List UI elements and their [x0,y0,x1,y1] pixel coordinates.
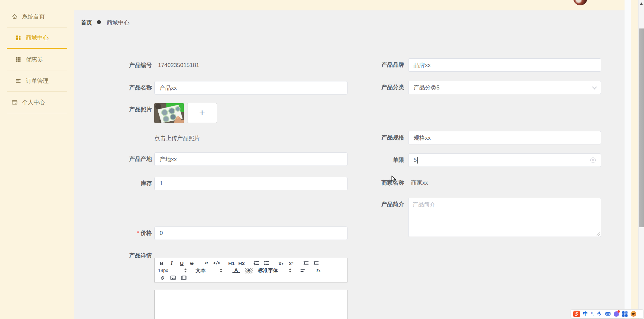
italic-button[interactable]: I [168,260,175,266]
intro-row: 产品简介 [353,198,601,237]
price-input[interactable] [154,227,347,240]
updown-arrows-icon [220,268,222,272]
product-photo-thumbnail[interactable] [154,103,184,123]
video-icon[interactable] [180,274,187,281]
subscript-button[interactable]: x₂ [277,260,285,266]
sidebar-item-label: 商城中心 [26,34,49,42]
text-color-button[interactable]: A [232,268,240,273]
limit-row: 单限 5 [353,153,601,167]
top-header-bar [74,0,625,10]
code-block-button[interactable]: </> [213,260,220,266]
product-name-row: 产品名称 [101,81,347,94]
order-list-icon [15,78,21,84]
right-cream-strip [631,0,638,319]
heading2-button[interactable]: H2 [238,260,245,266]
sidebar-item-coupons[interactable]: 优惠券 [7,49,67,70]
ime-emoji-icon[interactable] [631,311,636,317]
photo-upload-button[interactable]: + [187,103,217,123]
mall-grid-icon [15,35,21,41]
breadcrumb-current: 商城中心 [107,19,129,26]
sidebar-item-home[interactable]: 系统首页 [7,6,67,27]
sidebar-item-mall[interactable]: 商城中心 [7,27,67,49]
chevron-down-icon [592,85,597,89]
header-style-dropdown[interactable]: 文本 [196,267,222,274]
ime-language-toggle[interactable]: 中 [583,311,588,317]
sidebar-item-orders[interactable]: 订单管理 [7,70,67,92]
product-name-input[interactable] [154,81,347,94]
align-icon[interactable] [299,267,306,274]
blockquote-button[interactable]: ” [203,260,210,266]
product-no-value: 1740235015181 [158,59,199,72]
product-no-label: 产品编号 [101,59,152,72]
ime-skin-icon[interactable] [614,311,619,317]
user-avatar[interactable] [573,0,587,5]
category-select[interactable]: 产品分类5 [408,81,601,94]
product-name-label: 产品名称 [101,81,152,94]
font-size-dropdown[interactable]: 14px [158,268,187,273]
rich-text-content-area[interactable] [154,290,347,319]
bullet-list-icon[interactable] [263,260,270,266]
updown-arrows-icon [289,268,291,272]
microphone-icon[interactable] [596,311,602,317]
link-icon[interactable] [159,274,166,281]
product-photo-label: 产品照片 [101,103,152,116]
ordered-list-icon[interactable] [253,260,260,266]
spec-input[interactable] [408,131,601,144]
superscript-button[interactable]: x² [287,260,295,266]
merchant-label: 商家名称 [353,176,404,190]
breadcrumb-home[interactable]: 首页 [81,19,92,26]
page-scrollbar[interactable] [638,0,644,319]
ime-punctuation-icon[interactable]: °, [591,311,593,316]
right-gutter [625,0,631,319]
stock-input[interactable] [154,177,347,190]
strikethrough-button[interactable]: S [188,260,196,266]
heading1-button[interactable]: H1 [228,260,235,266]
image-icon[interactable] [169,274,177,281]
breadcrumb-separator-dot [97,20,101,24]
intro-textarea[interactable] [408,198,601,237]
product-origin-row: 产品产地 [101,152,347,166]
product-photo-row: 产品照片 + [101,103,217,123]
limit-input[interactable]: 5 [408,153,601,167]
merchant-value: 商家xx [411,176,428,190]
price-row: *价格 [101,227,347,240]
sidebar-item-label: 优惠券 [26,56,43,63]
brand-label: 产品品牌 [353,58,404,72]
keyboard-icon[interactable] [605,311,611,317]
outdent-icon[interactable] [302,260,310,266]
stock-label: 库存 [101,177,152,190]
clear-input-icon[interactable] [590,157,596,163]
intro-label: 产品简介 [353,198,404,211]
product-origin-input[interactable] [154,152,347,166]
spec-row: 产品规格 [353,131,601,144]
ime-toolbar: S 中 °, [571,309,643,318]
background-color-button[interactable]: A [245,268,253,273]
scrollbar-thumb[interactable] [639,28,644,227]
limit-label: 单限 [353,153,404,167]
profile-card-icon [11,99,18,106]
category-label: 产品分类 [353,81,404,94]
ime-apps-grid-icon[interactable] [622,311,628,317]
text-cursor [417,157,418,164]
stock-row: 库存 [101,177,347,190]
product-no-row: 产品编号 1740235015181 [101,59,199,72]
indent-icon[interactable] [312,260,320,266]
brand-row: 产品品牌 [353,58,601,72]
spec-label: 产品规格 [353,131,404,144]
sidebar-item-profile[interactable]: 个人中心 [7,92,67,113]
clear-format-button[interactable]: Tx [314,267,322,274]
photo-upload-hint: 点击上传产品照片 [154,134,200,142]
sidebar: 系统首页 商城中心 优 [0,0,74,319]
brand-input[interactable] [408,58,601,72]
scrollbar-up-arrow-icon[interactable] [640,2,643,5]
sidebar-menu: 系统首页 商城中心 优 [0,0,74,113]
coupon-grid-icon [15,56,21,63]
merchant-row: 商家名称 商家xx [353,176,428,190]
page: 系统首页 商城中心 优 [0,0,644,319]
bold-button[interactable]: B [158,260,165,266]
underline-button[interactable]: U [178,260,185,266]
font-family-dropdown[interactable]: 标准字体 [258,267,291,274]
sogou-logo-icon[interactable]: S [573,311,580,317]
sidebar-item-label: 系统首页 [22,13,45,20]
limit-value: 5 [414,157,417,164]
